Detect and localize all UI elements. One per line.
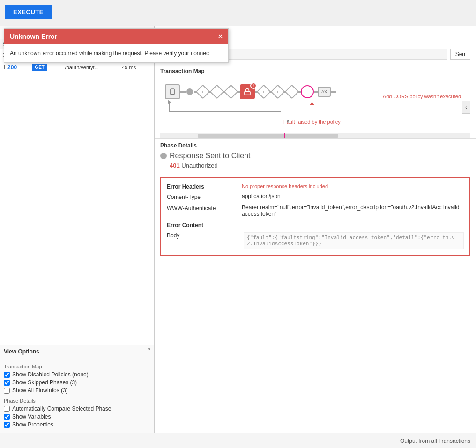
phase-dot (160, 153, 167, 159)
bottom-bar-label: Output from all Transactions (400, 438, 470, 444)
execute-button[interactable]: EXECUTE (5, 5, 52, 19)
view-options-panel: View Options ˅ Transaction Map Show Disa… (0, 345, 154, 433)
error-modal-message: An unknown error occurred while making t… (10, 50, 209, 57)
transaction-map-section-label: Transaction Map (4, 364, 150, 369)
elapsed-cell: 49 ms (119, 61, 154, 73)
pink-circle-node[interactable] (301, 85, 314, 98)
checkbox-label-cb1: Show Disabled Policies (none) (12, 371, 89, 378)
checkbox-cb1[interactable] (4, 372, 10, 378)
svg-rect-0 (171, 89, 174, 95)
bottom-bar: Output from all Transactions (0, 433, 476, 448)
phase-details-section: Phase Details Response Sent to Client 40… (155, 139, 476, 173)
checkbox-label-cb2: Show Skipped Phases (3) (12, 379, 77, 386)
right-panel: Send Requests Method URL GET Sen Transac… (155, 26, 476, 433)
map-scrollbar-marker (284, 133, 285, 138)
content-type-value: application/json (242, 193, 464, 201)
phase-name: Response Sent to Client (160, 152, 470, 160)
error-modal-header: Unknown Error × (4, 29, 228, 44)
error-content-title: Error Content (167, 222, 464, 228)
error-modal-title: Unknown Error (10, 33, 57, 40)
body-value: {"fault":{"faultstring":"Invalid access … (244, 232, 464, 249)
fault-annotation: Fault raised by the policy (283, 102, 341, 125)
t-diamond-1[interactable]: T (195, 84, 210, 99)
f-diamond-1[interactable]: F (209, 84, 224, 99)
error-modal-close-button[interactable]: × (218, 32, 223, 41)
status-text: Unauthorized (181, 162, 217, 169)
checkbox-label-cb4: Automatically Compare Selected Phase (12, 405, 111, 412)
left-panel: Transactions « Status Method URI Elapsed… (0, 26, 155, 433)
table-row[interactable]: 1 200 GET /oauth/verifyt... 49 ms (0, 61, 154, 73)
fault-arrow (312, 105, 312, 117)
gray-dot (186, 88, 193, 95)
error-modal-body: An unknown error occurred while making t… (4, 44, 228, 62)
checkbox-label-cb3: Show All FlowInfos (3) (12, 387, 68, 394)
cors-annotation: Add CORS policy wasn't executed (383, 94, 461, 99)
status-code: 401 (170, 162, 180, 169)
error-details-box: Error Headers No proper response headers… (160, 177, 470, 256)
t-diamond-4[interactable]: T (270, 84, 285, 99)
body-label: Body (167, 232, 242, 249)
checkbox-row[interactable]: Show Disabled Policies (none) (4, 371, 150, 378)
view-options-header[interactable]: View Options ˅ (0, 345, 154, 358)
checkbox-cb6[interactable] (4, 422, 10, 428)
error-headers-warning: No proper response headers included (242, 184, 464, 189)
view-options-title: View Options (4, 348, 39, 355)
www-authenticate-value: Bearer realm="null",error="invalid_token… (242, 204, 464, 217)
phase-status: 401 Unauthorized (170, 162, 470, 169)
lock-node[interactable]: ! (240, 84, 255, 99)
error-modal: Unknown Error × An unknown error occurre… (4, 28, 229, 63)
phase-details-section-label: Phase Details (4, 398, 150, 404)
method-cell: GET (29, 61, 62, 73)
return-arrow (169, 101, 281, 112)
checkbox-cb5[interactable] (4, 414, 10, 420)
checkbox-row[interactable]: Show Properties (4, 421, 150, 428)
checkbox-cb3[interactable] (4, 388, 10, 394)
phone-node[interactable] (165, 84, 180, 99)
checkbox-row[interactable]: Show Variables (4, 413, 150, 420)
error-content-grid: Body {"fault":{"faultstring":"Invalid ac… (167, 232, 464, 249)
f-diamond-2[interactable]: F (284, 84, 299, 99)
t-diamond-2[interactable]: T (223, 84, 238, 99)
transactions-content: Status Method URI Elapsed 2 401 GET /oau… (0, 39, 154, 345)
error-headers-grid: Error Headers No proper response headers… (167, 184, 464, 217)
checkbox-label-cb6: Show Properties (12, 421, 53, 428)
t-diamond-3[interactable]: T (256, 84, 271, 99)
checkbox-label-cb5: Show Variables (12, 413, 51, 420)
view-options-body: Transaction Map Show Disabled Policies (… (0, 358, 154, 433)
view-options-expand-icon[interactable]: ˅ (148, 348, 150, 355)
transaction-map-title: Transaction Map (160, 68, 470, 74)
map-scrollbar-thumb (198, 134, 338, 138)
content-type-label: Content-Type (167, 193, 242, 201)
ax-node[interactable]: AX (318, 87, 331, 97)
epsilon-label: ε (287, 118, 289, 124)
send-button[interactable]: Sen (450, 49, 470, 60)
status-cell: 200 (7, 64, 17, 71)
transaction-map-visual: T F T ! (160, 77, 470, 133)
expand-right-button[interactable]: ‹ (462, 101, 470, 114)
checkbox-cb2[interactable] (4, 380, 10, 386)
checkbox-row[interactable]: Show Skipped Phases (3) (4, 379, 150, 386)
checkbox-row[interactable]: Show All FlowInfos (3) (4, 387, 150, 394)
return-arrowhead (168, 100, 171, 104)
checkbox-row[interactable]: Automatically Compare Selected Phase (4, 405, 150, 412)
phase-details-title: Phase Details (160, 142, 470, 149)
pipeline: T F T ! (165, 84, 336, 99)
phase-name-text: Response Sent to Client (170, 152, 251, 160)
fault-arrowhead (310, 102, 314, 105)
transaction-map-section: Transaction Map T (155, 64, 476, 139)
row-num: 1 200 (0, 61, 29, 73)
www-authenticate-label: WWW-Authenticate (167, 204, 242, 217)
uri-cell: /oauth/verifyt... (62, 61, 119, 73)
checkbox-cb4[interactable] (4, 406, 10, 412)
error-headers-title: Error Headers (167, 184, 242, 190)
fault-text: Fault raised by the policy (283, 119, 341, 125)
svg-rect-2 (245, 91, 250, 95)
map-scrollbar[interactable] (160, 133, 470, 138)
